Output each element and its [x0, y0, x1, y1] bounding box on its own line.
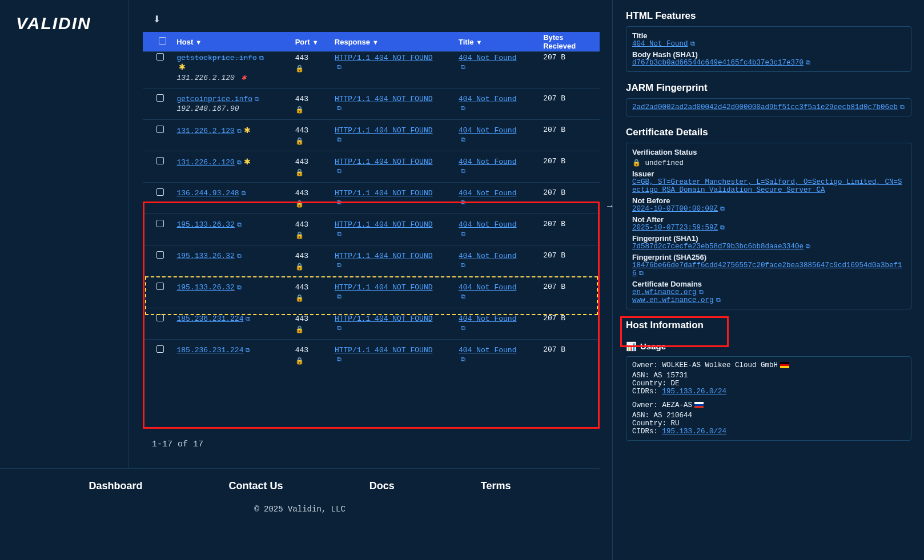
title-link[interactable]: 404 Not Found: [459, 315, 516, 323]
copy-icon[interactable]: ⧉: [461, 63, 465, 70]
arrow-right-icon[interactable]: →: [605, 201, 614, 211]
table-row[interactable]: getstockprice.info⧉✱ 131.226.2.120 ✱ 443…: [143, 51, 600, 88]
cert-dom1-link[interactable]: en.wfinance.org: [632, 288, 697, 296]
title-link[interactable]: 404 Not Found: [459, 95, 516, 103]
copy-icon[interactable]: ⧉: [806, 243, 810, 250]
copy-icon[interactable]: ⧉: [461, 261, 465, 268]
col-title[interactable]: Title: [459, 38, 474, 46]
table-row[interactable]: 185.236.231.224⧉ 443 🔒 HTTP/1.1 404 NOT …: [143, 339, 600, 370]
footer-docs[interactable]: Docs: [369, 480, 395, 492]
copy-icon[interactable]: ⧉: [690, 41, 695, 47]
title-link[interactable]: 404 Not Found: [459, 158, 516, 166]
response-link[interactable]: HTTP/1.1 404 NOT FOUND: [335, 126, 433, 135]
host-link[interactable]: 195.133.26.32: [176, 252, 234, 260]
copy-icon[interactable]: ⧉: [699, 289, 704, 296]
row-checkbox[interactable]: [156, 53, 164, 61]
row-checkbox[interactable]: [156, 220, 164, 227]
title-link[interactable]: 404 Not Found: [459, 252, 516, 260]
row-checkbox[interactable]: [156, 345, 164, 353]
copy-icon[interactable]: ⧉: [337, 261, 342, 268]
copy-icon[interactable]: ⧉: [246, 315, 250, 322]
copy-icon[interactable]: ⧉: [716, 297, 721, 304]
table-row[interactable]: 195.133.26.32⧉ 443 🔒 HTTP/1.1 404 NOT FO…: [143, 245, 600, 276]
cidr2-link[interactable]: 195.133.26.0/24: [662, 428, 727, 436]
table-row[interactable]: 131.226.2.120⧉✱ 443 🔒 HTTP/1.1 404 NOT F…: [143, 119, 600, 151]
copy-icon[interactable]: ⧉: [237, 252, 242, 259]
footer-contact[interactable]: Contact Us: [229, 480, 283, 492]
cert-fp256-link[interactable]: 18476be66de7daff6cdd42756557c20face2bea3…: [632, 261, 902, 277]
response-link[interactable]: HTTP/1.1 404 NOT FOUND: [335, 220, 433, 229]
copy-icon[interactable]: ⧉: [337, 63, 342, 70]
col-bytes[interactable]: Bytes Recieved: [543, 33, 576, 50]
row-checkbox[interactable]: [156, 188, 164, 196]
cert-dom2-link[interactable]: www.en.wfinance.org: [632, 296, 714, 304]
table-row[interactable]: 195.133.26.32⧉ 443 🔒 HTTP/1.1 404 NOT FO…: [143, 213, 600, 245]
copy-icon[interactable]: ⧉: [237, 159, 242, 166]
copy-icon[interactable]: ⧉: [720, 206, 725, 212]
row-checkbox[interactable]: [156, 314, 164, 321]
copy-icon[interactable]: ⧉: [639, 270, 644, 277]
cert-na-link[interactable]: 2025-10-07T23:59:59Z: [632, 224, 718, 232]
copy-icon[interactable]: ⧉: [337, 167, 342, 174]
copy-icon[interactable]: ⧉: [337, 104, 342, 111]
copy-icon[interactable]: ⧉: [237, 284, 242, 291]
copy-icon[interactable]: ⧉: [806, 59, 810, 66]
copy-icon[interactable]: ⧉: [461, 167, 465, 174]
jarm-value-link[interactable]: 2ad2ad0002ad2ad00042d42d000000ad9bf51cc3…: [632, 103, 898, 111]
copy-icon[interactable]: ⧉: [337, 230, 342, 237]
copy-icon[interactable]: ⧉: [246, 347, 250, 353]
row-checkbox[interactable]: [156, 251, 164, 259]
title-link[interactable]: 404 Not Found: [459, 346, 516, 354]
host-link[interactable]: 185.236.231.224: [176, 346, 243, 354]
response-link[interactable]: HTTP/1.1 404 NOT FOUND: [335, 95, 433, 103]
row-checkbox[interactable]: [156, 126, 164, 133]
host-link[interactable]: 185.236.231.224: [176, 315, 243, 323]
row-checkbox[interactable]: [156, 157, 164, 164]
title-link[interactable]: 404 Not Found: [459, 220, 516, 229]
title-link[interactable]: 404 Not Found: [459, 54, 516, 62]
cert-fp1-link[interactable]: 7d587d2c7cecfe23eb58d79b3bc6bb8daae3340e: [632, 243, 804, 251]
col-port[interactable]: Port: [295, 38, 310, 46]
copy-icon[interactable]: ⧉: [337, 136, 342, 143]
copy-icon[interactable]: ⧉: [461, 230, 465, 237]
copy-icon[interactable]: ⧉: [461, 104, 465, 111]
bodyhash-value-link[interactable]: d767b3cb0ad66544c649e4165fc4b37e3c17e370: [632, 59, 804, 67]
copy-icon[interactable]: ⧉: [255, 95, 259, 102]
response-link[interactable]: HTTP/1.1 404 NOT FOUND: [335, 158, 433, 166]
response-link[interactable]: HTTP/1.1 404 NOT FOUND: [335, 346, 433, 354]
filter-icon[interactable]: ▼: [312, 39, 319, 46]
row-checkbox[interactable]: [156, 94, 164, 102]
copy-icon[interactable]: ⧉: [237, 127, 242, 134]
table-row[interactable]: 131.226.2.120⧉✱ 443 🔒 HTTP/1.1 404 NOT F…: [143, 151, 600, 182]
table-row[interactable]: getcoinprice.info⧉ 192.248.167.90 443 🔒 …: [143, 88, 600, 119]
download-icon[interactable]: ⬇: [153, 14, 160, 25]
response-link[interactable]: HTTP/1.1 404 NOT FOUND: [335, 252, 433, 260]
copy-icon[interactable]: ⧉: [337, 324, 342, 331]
copy-icon[interactable]: ⧉: [461, 324, 465, 331]
row-checkbox[interactable]: [156, 283, 164, 290]
copy-icon[interactable]: ⧉: [461, 293, 465, 300]
response-link[interactable]: HTTP/1.1 404 NOT FOUND: [335, 189, 433, 198]
filter-icon[interactable]: ▼: [476, 39, 483, 46]
host-link[interactable]: 131.226.2.120: [176, 158, 234, 167]
copy-icon[interactable]: ⧉: [337, 199, 342, 206]
response-link[interactable]: HTTP/1.1 404 NOT FOUND: [335, 283, 433, 292]
cidr1-link[interactable]: 195.133.26.0/24: [662, 388, 727, 396]
table-row[interactable]: 195.133.26.32⧉ 443 🔒 HTTP/1.1 404 NOT FO…: [143, 276, 600, 308]
title-link[interactable]: 404 Not Found: [459, 126, 516, 135]
host-link[interactable]: 195.133.26.32: [176, 283, 234, 292]
col-response[interactable]: Response: [335, 38, 370, 46]
filter-icon[interactable]: ▼: [195, 39, 202, 46]
copy-icon[interactable]: ⧉: [461, 199, 465, 206]
copy-icon[interactable]: ⧉: [337, 356, 342, 362]
title-link[interactable]: 404 Not Found: [459, 189, 516, 198]
footer-dashboard[interactable]: Dashboard: [89, 480, 143, 492]
copy-icon[interactable]: ⧉: [337, 293, 342, 300]
host-link[interactable]: 131.226.2.120: [176, 127, 234, 135]
cert-nb-link[interactable]: 2024-10-07T00:00:00Z: [632, 205, 718, 213]
cert-issuer-link[interactable]: C=GB, ST=Greater Manchester, L=Salford, …: [632, 178, 902, 194]
copy-icon[interactable]: ⧉: [720, 224, 725, 231]
copy-icon[interactable]: ⧉: [242, 190, 246, 196]
host-link[interactable]: 195.133.26.32: [176, 220, 234, 229]
title-link[interactable]: 404 Not Found: [459, 283, 516, 292]
